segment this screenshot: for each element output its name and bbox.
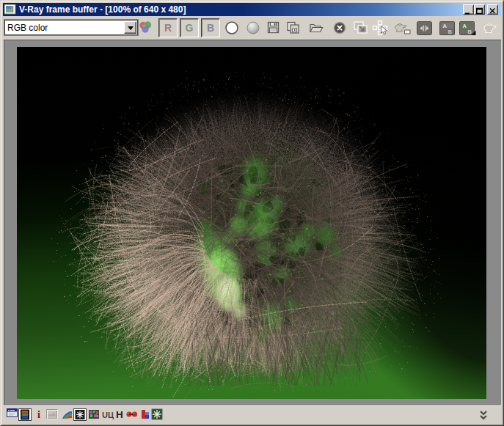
svg-text:A: A — [443, 23, 448, 29]
svg-text:i: i — [37, 409, 40, 420]
svg-text:B: B — [468, 29, 472, 35]
svg-text:A: A — [463, 23, 467, 29]
svg-text:B: B — [448, 29, 453, 35]
svg-text:H: H — [116, 409, 123, 420]
svg-text:UЦ: UЦ — [102, 411, 114, 419]
